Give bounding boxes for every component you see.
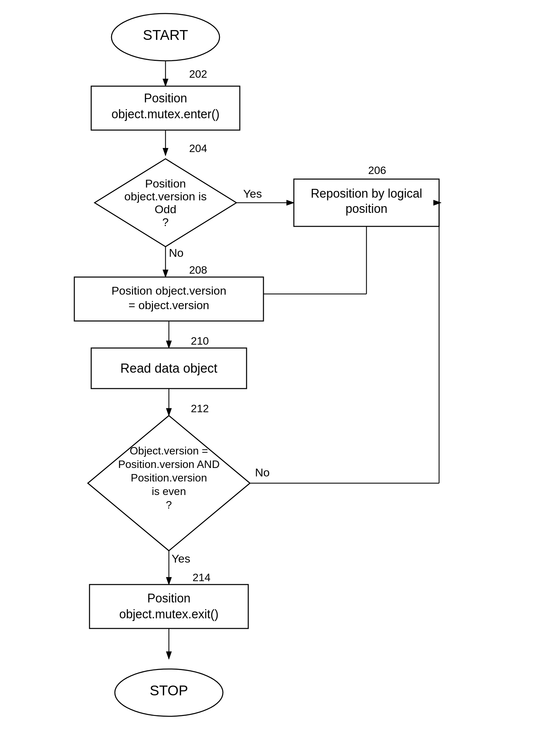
node-214-line2: object.mutex.exit(): [119, 607, 219, 621]
node-210-label: Read data object: [120, 361, 218, 375]
node-208-line2: = object.version: [128, 299, 209, 312]
node-204-line4: ?: [162, 216, 169, 228]
stop-label: STOP: [150, 683, 188, 698]
node-214-line1: Position: [147, 591, 190, 605]
node-212-line3: Position.version: [131, 472, 207, 484]
node-206-line1: Reposition by logical: [311, 187, 422, 200]
label-206: 206: [368, 164, 386, 176]
node-202-line1: Position: [144, 91, 187, 105]
label-214: 214: [193, 571, 210, 584]
label-212: 212: [191, 402, 209, 415]
yes-label-204: Yes: [243, 187, 262, 200]
no-label-212: No: [255, 466, 270, 479]
node-202-line2: object.mutex.enter(): [111, 107, 220, 121]
node-204-line1: Position: [145, 177, 186, 190]
node-204-line3: Odd: [155, 203, 176, 216]
node-204-line2: object.version is: [124, 190, 207, 203]
start-label: START: [143, 27, 188, 43]
node-212-line2: Position.version AND: [118, 458, 220, 470]
label-204: 204: [189, 142, 207, 154]
node-212-line1: Object.version =: [130, 445, 208, 457]
node-212-line4: is even: [152, 485, 186, 497]
label-210: 210: [191, 335, 209, 347]
no-label-204: No: [169, 246, 183, 259]
label-202: 202: [189, 68, 207, 80]
flowchart-diagram: START 202 Position object.mutex.enter() …: [0, 0, 560, 743]
node-212-line5: ?: [166, 499, 172, 511]
node-208-line1: Position object.version: [111, 284, 226, 297]
yes-label-212: Yes: [172, 552, 190, 565]
label-208: 208: [189, 264, 207, 276]
svg-rect-1: [0, 0, 560, 743]
node-206-line2: position: [346, 202, 387, 216]
